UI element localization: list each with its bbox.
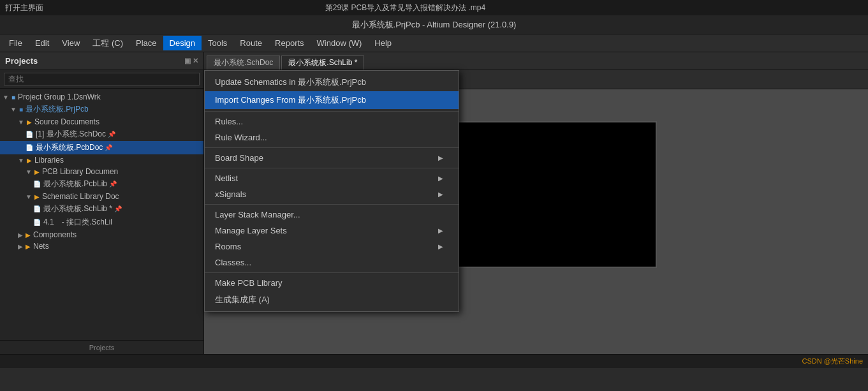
menu-rules[interactable]: Rules... — [205, 114, 459, 129]
menu-view[interactable]: View — [55, 36, 86, 50]
tree-item-pcb-lib-doc[interactable]: ▼ ▶ PCB Library Documen — [0, 166, 203, 177]
menu-classes[interactable]: Classes... — [205, 255, 459, 270]
rooms-label: Rooms — [215, 242, 241, 251]
tree-item-libraries[interactable]: ▼ ▶ Libraries — [0, 154, 203, 166]
schlib-icon: 📄 — [33, 205, 41, 212]
tree-item-pcblib[interactable]: 📄 最小系统板.PcbLib 📌 — [0, 177, 203, 191]
menu-rule-wizard[interactable]: Rule Wizard... — [205, 129, 459, 145]
interface-icon: 📄 — [33, 219, 41, 226]
menu-route[interactable]: Route — [233, 36, 268, 50]
board-shape-arrow: ▶ — [438, 154, 443, 161]
menu-file[interactable]: File — [3, 36, 29, 50]
pcblib-icon: 📄 — [33, 181, 41, 188]
menu-window[interactable]: Window (W) — [311, 36, 369, 50]
manage-layer-sets-label: Manage Layer Sets — [215, 226, 287, 235]
expand-icon-components: ▶ — [18, 232, 23, 239]
menu-netlist[interactable]: Netlist ▶ — [205, 170, 459, 186]
tree-item-interface-schlib[interactable]: 📄 4.1 - 接口类.SchLil — [0, 216, 203, 229]
tree-label-sch-lib-doc: Schematic Library Doc — [42, 192, 119, 201]
tree-label-nets: Nets — [33, 242, 49, 251]
tree-item-components[interactable]: ▶ ▶ Components — [0, 229, 203, 240]
sidebar-search-area — [0, 70, 203, 89]
rule-wizard-label: Rule Wizard... — [215, 133, 267, 142]
menu-design[interactable]: Design — [163, 36, 202, 50]
tree-item-project-group[interactable]: ▼ ■ Project Group 1.DsnWrk — [0, 91, 203, 103]
menu-place[interactable]: Place — [129, 36, 163, 50]
import-changes-label: Import Changes From 最小系统板.PrjPcb — [215, 94, 366, 106]
tab-schdoc[interactable]: 最小系统.SchDoc — [207, 55, 280, 70]
rules-label: Rules... — [215, 117, 243, 126]
nets-folder-icon: ▶ — [26, 243, 31, 250]
menu-board-shape[interactable]: Board Shape ▶ — [205, 150, 459, 166]
expand-icon: ▼ — [3, 94, 9, 101]
menu-make-integrated-lib[interactable]: 生成集成库 (A) — [205, 291, 459, 309]
menu-edit[interactable]: Edit — [29, 36, 55, 50]
separator-1 — [205, 111, 459, 112]
menu-bar: File Edit View 工程 (C) Place Design Tools… — [0, 34, 868, 52]
tree-label-interface: 4.1 - 接口类.SchLil — [43, 217, 112, 228]
pcbdoc-pin-icon: 📌 — [105, 144, 112, 151]
open-main-interface-btn[interactable]: 打开主界面 — [5, 3, 43, 13]
tree-label-pcb-lib-doc: PCB Library Documen — [42, 167, 118, 176]
tree-item-nets[interactable]: ▶ ▶ Nets — [0, 240, 203, 252]
status-bar: CSDN @光芒Shine — [0, 354, 868, 368]
menu-help[interactable]: Help — [368, 36, 398, 50]
video-title: 第29课 PCB导入及常见导入报错解决办法 .mp4 — [325, 3, 485, 13]
separator-5 — [205, 272, 459, 273]
expand-icon-prjpcb: ▼ — [10, 106, 17, 113]
schlib-folder-icon: ▶ — [34, 193, 40, 200]
sidebar-title: Projects — [5, 56, 38, 66]
menu-project[interactable]: 工程 (C) — [86, 35, 129, 52]
pcblib-pin-icon: 📌 — [109, 181, 117, 188]
libraries-folder-icon: ▶ — [27, 157, 32, 164]
sidebar-bottom: Projects — [0, 340, 203, 354]
tree-label-pcbdoc: 最小系统板.PcbDoc — [36, 142, 103, 153]
sidebar-pin-icon: ▣ ✕ — [184, 57, 198, 65]
tab-schlib[interactable]: 最小系统板.SchLib * — [281, 55, 364, 70]
tab-bar: 最小系统.SchDoc 最小系统板.SchLib * — [204, 52, 868, 70]
manage-layer-sets-arrow: ▶ — [438, 227, 443, 234]
tree-item-source-docs[interactable]: ▼ ▶ Source Documents — [0, 116, 203, 128]
menu-xsignals[interactable]: xSignals ▶ — [205, 186, 459, 202]
source-docs-folder-icon: ▶ — [27, 119, 32, 126]
menu-reports[interactable]: Reports — [268, 36, 311, 50]
components-folder-icon: ▶ — [26, 232, 31, 239]
menu-rooms[interactable]: Rooms ▶ — [205, 239, 459, 255]
title-bar: 最小系统板.PrjPcb - Altium Designer (21.0.9) — [0, 15, 868, 34]
search-input[interactable] — [4, 73, 200, 85]
tree-label-schlib: 最小系统板.SchLib * — [43, 203, 112, 214]
separator-3 — [205, 168, 459, 168]
menu-manage-layer-sets[interactable]: Manage Layer Sets ▶ — [205, 223, 459, 239]
status-bar-right: CSDN @光芒Shine — [802, 357, 863, 366]
sidebar: Projects ▣ ✕ ▼ ■ Project Group 1.DsnWrk … — [0, 52, 204, 354]
tree-item-prjpcb[interactable]: ▼ ■ 最小系统板.PrjPcb — [0, 103, 203, 116]
top-bar: 打开主界面 第29课 PCB导入及常见导入报错解决办法 .mp4 — [0, 0, 868, 15]
tab-schlib-label: 最小系统板.SchLib * — [288, 57, 357, 68]
sidebar-header: Projects ▣ ✕ — [0, 52, 203, 70]
menu-make-pcb-lib[interactable]: Make PCB Library — [205, 275, 459, 291]
menu-import-changes[interactable]: Import Changes From 最小系统板.PrjPcb — [205, 91, 459, 109]
prjpcb-icon: ■ — [19, 106, 23, 113]
tree-label-schdoc: [1] 最小系统.SchDoc — [36, 129, 106, 140]
tree-item-sch-lib-doc[interactable]: ▼ ▶ Schematic Library Doc — [0, 191, 203, 202]
board-shape-label: Board Shape — [215, 153, 263, 163]
expand-icon-pcblib: ▼ — [26, 168, 32, 175]
app-title: 最小系统板.PrjPcb - Altium Designer (21.0.9) — [352, 19, 517, 31]
tree-label-libraries: Libraries — [34, 156, 64, 165]
sidebar-projects-tab[interactable]: Projects — [0, 341, 203, 354]
xsignals-label: xSignals — [215, 189, 246, 199]
tree-item-schlib[interactable]: 📄 最小系统板.SchLib * 📌 — [0, 202, 203, 216]
separator-4 — [205, 204, 459, 205]
make-integrated-lib-label: 生成集成库 (A) — [215, 294, 270, 306]
menu-update-schematics[interactable]: Update Schematics in 最小系统板.PrjPcb — [205, 73, 459, 91]
menu-layer-stack[interactable]: Layer Stack Manager... — [205, 207, 459, 223]
classes-label: Classes... — [215, 258, 251, 267]
tree-item-schdoc[interactable]: 📄 [1] 最小系统.SchDoc 📌 — [0, 128, 203, 141]
update-schematics-label: Update Schematics in 最小系统板.PrjPcb — [215, 77, 366, 88]
make-pcb-lib-label: Make PCB Library — [215, 278, 282, 288]
menu-tools[interactable]: Tools — [202, 36, 233, 50]
xsignals-arrow: ▶ — [438, 191, 443, 198]
tab-schdoc-label: 最小系统.SchDoc — [214, 57, 273, 68]
tree-item-pcbdoc[interactable]: 📄 最小系统板.PcbDoc 📌 — [0, 141, 203, 154]
expand-icon-schlib: ▼ — [26, 193, 32, 200]
